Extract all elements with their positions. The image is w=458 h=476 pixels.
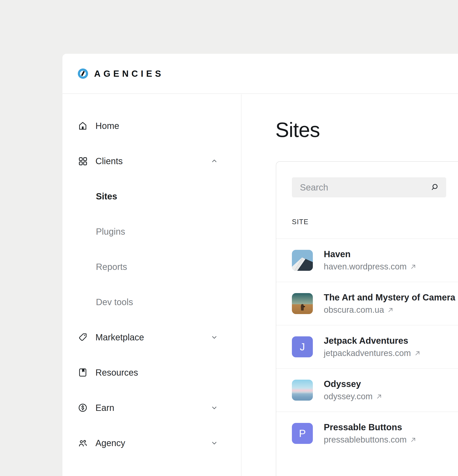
sidebar-item-marketplace[interactable]: Marketplace (62, 320, 241, 355)
search-input[interactable] (292, 182, 429, 193)
page-title: Sites (275, 118, 320, 142)
main-content: Sites SITE (242, 94, 458, 476)
site-url[interactable]: jetpackadventures.com (324, 348, 421, 358)
chevron-down-icon (211, 404, 218, 411)
chevron-up-icon (211, 157, 218, 165)
site-url-text: obscura.com.ua (324, 305, 384, 315)
sidebar-subitem-label: Dev tools (96, 297, 133, 307)
site-column-header: SITE (292, 218, 308, 226)
sidebar-item-plugins[interactable]: Plugins (62, 214, 241, 249)
site-url[interactable]: haven.wordpress.com (324, 262, 416, 272)
site-url-text: jetpackadventures.com (324, 348, 411, 358)
site-name: Jetpack Adventures (324, 336, 421, 346)
avatar-letter: J (300, 341, 305, 353)
external-link-icon (387, 307, 394, 313)
site-name: Haven (324, 249, 416, 259)
sidebar-item-label: Marketplace (95, 332, 211, 342)
sidebar-item-label: Home (95, 121, 218, 131)
app-window: AGENCIES Home Clients (62, 54, 458, 476)
brand-mark-icon (78, 68, 88, 79)
sidebar-item-earn[interactable]: Earn (62, 390, 241, 425)
chevron-down-icon (211, 439, 218, 447)
table-row[interactable]: The Art and Mystery of Camera Ob obscura… (276, 282, 458, 325)
sidebar-item-resources[interactable]: Resources (62, 355, 241, 390)
site-url-text: pressablebuttons.com (324, 435, 407, 444)
external-link-icon (414, 350, 421, 357)
site-url[interactable]: pressablebuttons.com (324, 435, 416, 444)
site-name: Pressable Buttons (324, 422, 416, 432)
table-row[interactable]: J Jetpack Adventures jetpackadventures.c… (276, 325, 458, 368)
site-url[interactable]: odyssey.com (324, 392, 383, 401)
external-link-icon (410, 264, 416, 270)
sidebar-item-label: Agency (95, 438, 211, 448)
site-url-text: odyssey.com (324, 392, 373, 401)
table-row[interactable]: Odyssey odyssey.com (276, 368, 458, 412)
jetpack-avatar: J (292, 336, 313, 357)
pressable-avatar: P (292, 423, 313, 444)
tag-icon (78, 332, 89, 342)
sidebar-item-dev-tools[interactable]: Dev tools (62, 284, 241, 320)
search-icon[interactable] (429, 182, 440, 193)
brand-name: AGENCIES (94, 69, 164, 79)
sidebar-subitem-label: Plugins (96, 227, 125, 237)
odyssey-thumbnail (292, 380, 313, 401)
brand[interactable]: AGENCIES (78, 68, 164, 79)
sidebar-item-sites[interactable]: Sites (62, 179, 241, 214)
clients-grid-icon (78, 156, 89, 166)
app-header: AGENCIES (62, 54, 458, 94)
haven-thumbnail (292, 250, 313, 271)
site-name: The Art and Mystery of Camera Ob (324, 292, 458, 302)
sidebar-item-label: Clients (95, 156, 211, 166)
sidebar-item-reports[interactable]: Reports (62, 249, 241, 284)
search-box (292, 177, 446, 197)
chevron-down-icon (211, 334, 218, 341)
home-icon (78, 121, 89, 131)
sites-table: Haven haven.wordpress.com (276, 238, 458, 455)
avatar-letter: P (299, 427, 306, 439)
people-icon (78, 438, 89, 448)
site-name: Odyssey (324, 379, 383, 389)
sidebar-item-label: Resources (95, 368, 218, 378)
dollar-circle-icon (78, 403, 89, 413)
external-link-icon (376, 393, 383, 400)
sidebar-subitem-label: Reports (96, 262, 127, 272)
table-row[interactable]: P Pressable Buttons pressablebuttons.com (276, 412, 458, 455)
sidebar-subitem-label: Sites (96, 191, 117, 201)
site-url-text: haven.wordpress.com (324, 262, 407, 272)
search-row (292, 177, 458, 197)
sites-card: SITE Haven (276, 161, 458, 476)
sidebar-item-label: Earn (95, 403, 211, 413)
sidebar-item-agency[interactable]: Agency (62, 425, 241, 461)
sidebar: Home Clients Sites Plugins Reports Dev t… (62, 94, 241, 476)
table-row[interactable]: Haven haven.wordpress.com (276, 238, 458, 282)
external-link-icon (410, 436, 416, 443)
sidebar-item-clients[interactable]: Clients (62, 144, 241, 179)
sidebar-item-home[interactable]: Home (62, 108, 241, 144)
obscura-thumbnail (292, 293, 313, 314)
book-icon (78, 367, 89, 378)
site-url[interactable]: obscura.com.ua (324, 305, 458, 315)
